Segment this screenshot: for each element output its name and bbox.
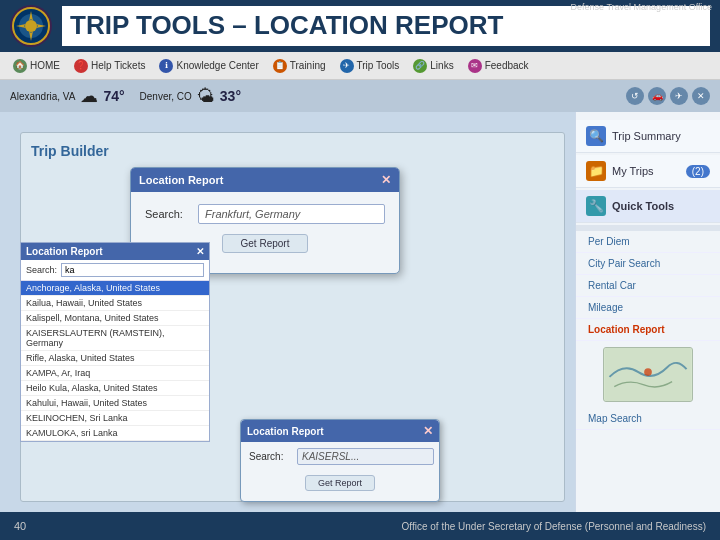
temp1-value: 74°: [103, 88, 124, 104]
map-search-link[interactable]: Map Search: [576, 408, 720, 430]
nav-home-label: HOME: [30, 60, 60, 71]
my-trips-button[interactable]: 📁 My Trips (2): [576, 155, 720, 188]
dialog-main-title: Location Report: [139, 174, 223, 186]
dialog-main-titlebar: Location Report ✕: [131, 168, 399, 192]
location-report-link[interactable]: Location Report: [576, 319, 720, 341]
weather-controls: ↺ 🚗 ✈ ✕: [626, 87, 710, 105]
car-icon[interactable]: 🚗: [648, 87, 666, 105]
autocomplete-close[interactable]: ✕: [196, 246, 204, 257]
autocomplete-item-2[interactable]: Kalispell, Montana, United States: [21, 311, 209, 326]
cloud1-icon: ☁: [80, 85, 98, 107]
autocomplete-item-4[interactable]: Rifle, Alaska, United States: [21, 351, 209, 366]
quick-tools-button[interactable]: 🔧 Quick Tools: [576, 190, 720, 223]
dialog-third-body: Search: Get Report: [241, 442, 439, 501]
dialog-main-search-label: Search:: [145, 208, 190, 220]
dialog-third: Location Report ✕ Search: Get Report: [240, 419, 440, 502]
nav-feedback-label: Feedback: [485, 60, 529, 71]
page-title: TRIP TOOLS – LOCATION REPORT: [62, 6, 710, 45]
trip-tools-icon: ✈: [340, 59, 354, 73]
temp2-value: 33°: [220, 88, 241, 104]
autocomplete-panel: Location Report ✕ Search: Anchorage, Ala…: [20, 242, 210, 442]
trip-summary-section: 🔍 Trip Summary: [576, 120, 720, 153]
weather-bar: Alexandria, VA ☁ 74° Denver, CO 🌤 33° ↺ …: [0, 80, 720, 112]
plane-icon[interactable]: ✈: [670, 87, 688, 105]
knowledge-icon: ℹ: [159, 59, 173, 73]
main-content: Trip Builder Location Report ✕ Search: G…: [0, 112, 720, 512]
dialog-main-close[interactable]: ✕: [381, 173, 391, 187]
nav-home[interactable]: 🏠 HOME: [8, 57, 65, 75]
trip-builder-label: Trip Builder: [31, 143, 109, 159]
dtmo-logo: [10, 5, 52, 47]
autocomplete-search-label: Search:: [26, 265, 57, 275]
dialog-main-get-report-button[interactable]: Get Report: [222, 234, 309, 253]
links-icon: 🔗: [413, 59, 427, 73]
autocomplete-item-9[interactable]: KAMULOKA, sri Lanka: [21, 426, 209, 441]
folder-icon: 📁: [586, 161, 606, 181]
home-icon: 🏠: [13, 59, 27, 73]
footer-text: Office of the Under Secretary of Defense…: [402, 521, 706, 532]
autocomplete-item-0[interactable]: Anchorage, Alaska, United States: [21, 281, 209, 296]
my-trips-badge: (2): [686, 165, 710, 178]
training-icon: 📋: [273, 59, 287, 73]
header: TRIP TOOLS – LOCATION REPORT Defense Tra…: [0, 0, 720, 52]
help-icon: ❓: [74, 59, 88, 73]
mileage-link[interactable]: Mileage: [576, 297, 720, 319]
svg-point-2: [25, 20, 37, 32]
nav-knowledge[interactable]: ℹ Knowledge Center: [154, 57, 263, 75]
autocomplete-title: Location Report: [26, 246, 103, 257]
center-area: Trip Builder Location Report ✕ Search: G…: [0, 112, 575, 512]
quick-tools-label: Quick Tools: [612, 200, 674, 212]
autocomplete-item-7[interactable]: Kahului, Hawaii, United States: [21, 396, 209, 411]
nav-links-label: Links: [430, 60, 453, 71]
nav-help-tickets[interactable]: ❓ Help Tickets: [69, 57, 150, 75]
refresh-button[interactable]: ↺: [626, 87, 644, 105]
autocomplete-item-6[interactable]: Heilo Kula, Alaska, United States: [21, 381, 209, 396]
city2-name: Denver, CO: [140, 91, 192, 102]
feedback-icon: ✉: [468, 59, 482, 73]
dialog-third-title: Location Report: [247, 426, 324, 437]
rental-car-link[interactable]: Rental Car: [576, 275, 720, 297]
dialog-third-search-row: Search:: [249, 448, 431, 465]
dialog-third-close[interactable]: ✕: [423, 424, 433, 438]
weather-city1: Alexandria, VA ☁ 74°: [10, 85, 125, 107]
trip-summary-button[interactable]: 🔍 Trip Summary: [576, 120, 720, 153]
nav-bar: 🏠 HOME ❓ Help Tickets ℹ Knowledge Center…: [0, 52, 720, 80]
wrench-icon: 🔧: [586, 196, 606, 216]
dialog-third-search-label: Search:: [249, 451, 289, 462]
magnifier-icon: 🔍: [586, 126, 606, 146]
dtmo-label: Defense Travel Management Office: [571, 2, 712, 12]
dialog-main-search-input[interactable]: [198, 204, 385, 224]
city1-name: Alexandria, VA: [10, 91, 75, 102]
dialog-third-titlebar: Location Report ✕: [241, 420, 439, 442]
nav-links[interactable]: 🔗 Links: [408, 57, 458, 75]
page-number: 40: [14, 520, 26, 532]
weather-city2: Denver, CO 🌤 33°: [140, 86, 241, 107]
my-trips-label: My Trips: [612, 165, 654, 177]
per-diem-link[interactable]: Per Diem: [576, 231, 720, 253]
trip-summary-label: Trip Summary: [612, 130, 681, 142]
quick-tools-section: 🔧 Quick Tools: [576, 190, 720, 223]
autocomplete-item-3[interactable]: KAISERSLAUTERN (RAMSTEIN), Germany: [21, 326, 209, 351]
autocomplete-header: Location Report ✕: [21, 243, 209, 260]
dialog-third-search-input[interactable]: [297, 448, 434, 465]
nav-training-label: Training: [290, 60, 326, 71]
svg-point-8: [644, 368, 652, 376]
nav-training[interactable]: 📋 Training: [268, 57, 331, 75]
city-pair-link[interactable]: City Pair Search: [576, 253, 720, 275]
autocomplete-item-1[interactable]: Kailua, Hawaii, United States: [21, 296, 209, 311]
nav-help-label: Help Tickets: [91, 60, 145, 71]
autocomplete-search-input[interactable]: [61, 263, 204, 277]
nav-knowledge-label: Knowledge Center: [176, 60, 258, 71]
close-weather-button[interactable]: ✕: [692, 87, 710, 105]
dialog-third-get-report-button[interactable]: Get Report: [305, 475, 375, 491]
my-trips-section: 📁 My Trips (2): [576, 155, 720, 188]
dialog-main-search-row: Search:: [145, 204, 385, 224]
right-sidebar: 🔍 Trip Summary 📁 My Trips (2) 🔧 Quick To…: [575, 112, 720, 512]
cloud2-icon: 🌤: [197, 86, 215, 107]
nav-feedback[interactable]: ✉ Feedback: [463, 57, 534, 75]
autocomplete-search-row: Search:: [21, 260, 209, 281]
autocomplete-item-5[interactable]: KAMPA, Ar, Iraq: [21, 366, 209, 381]
map-thumbnail[interactable]: [603, 347, 693, 402]
autocomplete-item-8[interactable]: KELINOCHEN, Sri Lanka: [21, 411, 209, 426]
nav-trip-tools[interactable]: ✈ Trip Tools: [335, 57, 405, 75]
